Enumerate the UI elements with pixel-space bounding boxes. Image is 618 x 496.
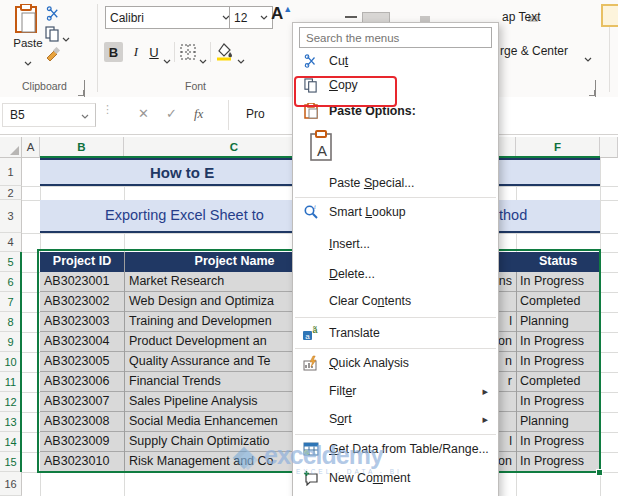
borders-icon[interactable] [180,44,196,64]
get-data-icon [301,442,321,457]
row-header-label: 2 [7,187,13,199]
fill-color-chevron-icon[interactable] [237,50,245,68]
row-header-1[interactable]: 1 [0,158,22,186]
menu-item-clear-contents[interactable]: Clear Contents [293,290,498,312]
svg-text:ã: ã [312,325,318,335]
row-header-label: 14 [4,436,16,448]
menu-item-insert[interactable]: Insert... [293,233,498,255]
row-header-label: 6 [7,276,13,288]
fill-handle[interactable] [596,469,603,476]
paste-preview-icon: A [309,130,335,166]
group-separator [97,4,98,92]
borders-chevron-icon[interactable] [199,50,207,68]
menu-separator [295,317,496,318]
underline-label: U [149,45,158,60]
menu-item-sort[interactable]: Sort▸ [293,408,498,430]
menu-item-label: Insert... [329,237,370,251]
row-header-16[interactable]: 16 [0,472,22,496]
row-header-4[interactable]: 4 [0,233,22,252]
menu-item-cut[interactable]: Cut [293,50,498,72]
row-header-label: 13 [4,416,16,428]
enter-icon: ✓ [166,106,177,121]
bold-label: B [109,45,118,60]
copy-icon[interactable] [45,26,60,46]
name-box[interactable]: B5 [2,103,96,127]
svg-text:A: A [317,142,327,159]
menu-separator [295,197,496,198]
fill-color-icon[interactable] [216,42,233,65]
merge-center-chevron-icon[interactable] [584,48,592,66]
paste-clipboard-icon [14,4,40,38]
copy-chevron-icon[interactable] [62,28,70,46]
column-header-label: A [27,141,35,153]
wrap-text-button[interactable]: ap Text [502,10,540,24]
search-input[interactable] [299,27,492,48]
row-header-label: 10 [4,356,16,368]
font-name-combo[interactable]: Calibri [105,6,235,29]
menu-item-label: Clear Contents [329,294,411,308]
font-size-combo[interactable]: 12 [229,6,273,29]
clipboard-dialog-launcher-icon[interactable] [84,80,85,98]
column-header-label: F [554,141,561,153]
row-header-2[interactable]: 2 [0,186,22,200]
translate-icon: aã [301,325,321,341]
menu-item-translate[interactable]: aãTranslate [293,322,498,344]
menu-item-new-comment[interactable]: New Comment [293,467,498,489]
formula-text: Pro [246,107,265,121]
menu-item-smart-lookup[interactable]: iSmart Lookup [293,201,498,223]
font-group-label: Font [185,80,206,92]
paste-option-keep-source-formatting[interactable]: A [293,124,498,172]
menu-separator [295,348,496,349]
column-header-A[interactable]: A [22,137,40,158]
menu-item-label: Quick Analysis [329,356,409,370]
grow-font-button[interactable]: A▲ [271,4,292,24]
submenu-arrow-icon: ▸ [482,413,498,426]
paste-chevron-icon [24,52,32,70]
formula-input[interactable]: Pro [246,107,265,121]
row-header-label: 9 [7,336,13,348]
formula-bar-drag-handle[interactable]: ⋮ [102,107,113,112]
menu-item-label: Translate [329,326,380,340]
grow-font-label: A [271,4,283,23]
name-box-value: B5 [10,108,25,122]
wrap-text-label: ap Text [502,10,540,24]
grow-font-caret-icon: ▲ [283,4,292,14]
title-text: How to E [150,164,214,181]
name-box-chevron-icon [81,114,89,119]
row-header-3[interactable]: 3 [0,200,22,233]
paste-button[interactable]: Paste [10,4,46,70]
cancel-button[interactable]: ✕ [138,106,149,121]
new-comment-icon [301,470,321,486]
bold-button[interactable]: B [104,42,123,62]
insert-function-button[interactable]: fx [194,106,203,122]
menu-item-label: Get Data from Table/Range... [329,442,489,456]
svg-text:a: a [305,332,310,341]
italic-button[interactable]: I [129,42,143,62]
submenu-arrow-icon: ▸ [482,385,498,398]
cancel-icon: ✕ [138,106,149,121]
menu-item-filter[interactable]: Filter▸ [293,380,498,402]
row-header-label: 5 [7,256,13,268]
row-header-label: 16 [4,478,16,490]
menu-separator [295,434,496,435]
cut-icon[interactable] [46,6,61,25]
column-header-col6[interactable] [600,137,618,158]
font-name-value: Calibri [110,11,144,25]
clipboard-group-label: Clipboard [22,80,67,92]
enter-button[interactable]: ✓ [166,106,177,121]
align-icon-sliver [345,16,357,18]
menu-item-quick-analysis[interactable]: Quick Analysis [293,352,498,374]
row-header-label: 7 [7,296,13,308]
smart-lookup-icon: i [301,204,321,220]
underline-chevron-icon[interactable] [163,50,171,68]
format-painter-icon[interactable] [45,47,61,67]
alignment-dialog-launcher-icon[interactable] [595,80,596,98]
fx-icon: fx [194,106,203,121]
menu-item-paste-special[interactable]: Paste Special... [293,172,498,194]
selected-rows-bar [20,252,23,472]
menu-item-get-data-from-table-range[interactable]: Get Data from Table/Range... [293,438,498,460]
underline-button[interactable]: U [147,42,161,62]
menu-item-delete[interactable]: Delete... [293,263,498,285]
select-all-button[interactable] [0,137,22,158]
merge-center-button[interactable]: rge & Center [500,44,568,58]
